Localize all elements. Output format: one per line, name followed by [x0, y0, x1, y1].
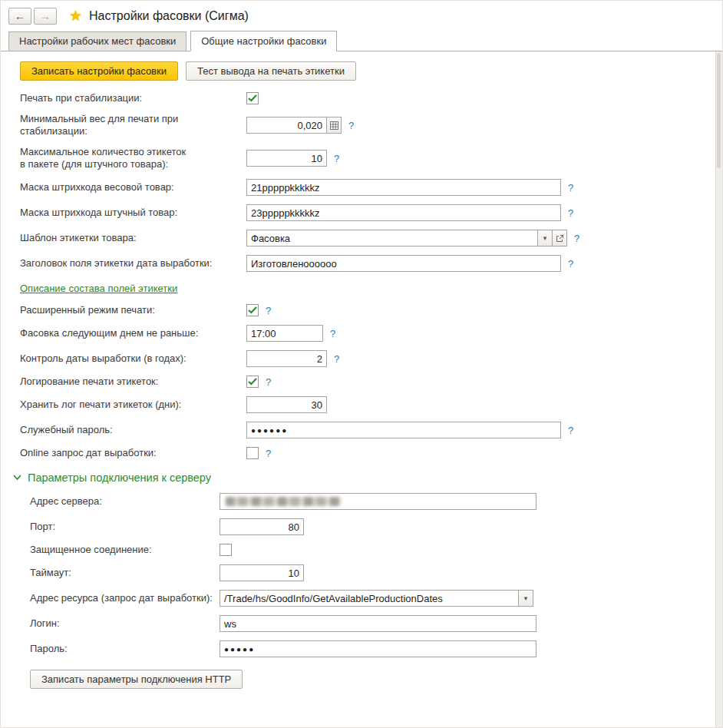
field-row: Таймаут:: [20, 564, 722, 581]
label-next-day-packing: Фасовка следующим днем не раньше:: [20, 327, 246, 339]
template-dropdown-button[interactable]: ▾: [537, 230, 553, 247]
help-mask-weight[interactable]: ?: [568, 182, 573, 194]
label-print-on-stabilization: Печать при стабилизации:: [20, 92, 246, 104]
toolbar: Записать настройки фасовки Тест вывода н…: [20, 61, 722, 81]
label-max-labels: Максимальное количество этикеток в пакет…: [20, 146, 246, 170]
page-title: Настройки фасовки (Сигма): [89, 9, 249, 23]
label-mask-weight: Маска штрихкода весовой товар:: [20, 181, 246, 194]
input-timeout[interactable]: [220, 564, 304, 581]
field-row: Контроль даты выработки (в годах): ?: [20, 350, 722, 367]
help-date-field-title[interactable]: ?: [568, 258, 573, 270]
checkbox-extended-mode[interactable]: [246, 304, 259, 316]
help-service-password[interactable]: ?: [568, 425, 573, 436]
input-resource-address[interactable]: [220, 590, 519, 607]
checkbox-online-dates-request[interactable]: [246, 447, 259, 459]
resource-address-dropdown-button[interactable]: ▾: [518, 590, 533, 607]
test-print-button[interactable]: Тест вывода на печать этикетки: [186, 61, 356, 81]
help-extended-mode[interactable]: ?: [266, 305, 271, 316]
title-bar: ← → ★ Настройки фасовки (Сигма): [1, 1, 722, 30]
label-secure-connection: Защищенное соединение:: [30, 544, 220, 556]
field-row: Маска штрихкода штучный товар: ?: [20, 204, 722, 221]
field-row: Расширенный режим печати: ?: [20, 304, 722, 316]
label-max-labels-line1: Максимальное количество этикеток: [20, 146, 246, 158]
scrollbar-thumb[interactable]: [717, 53, 721, 168]
label-production-date-control: Контроль даты выработки (в годах):: [20, 352, 246, 365]
help-next-day-packing[interactable]: ?: [330, 328, 335, 339]
label-max-labels-line2: в пакете (для штучного товара):: [20, 158, 246, 170]
label-date-field-title: Заголовок поля этикетки дата выработки:: [20, 257, 246, 270]
label-online-dates-request: Online запрос дат выработки:: [20, 447, 246, 459]
field-row: Хранить лог печати этикеток (дни):: [20, 396, 722, 413]
chevron-down-icon: [13, 475, 21, 481]
help-online-dates-request[interactable]: ?: [266, 448, 271, 459]
section-title: Параметры подключения к серверу: [28, 472, 211, 484]
field-row: Адрес сервера:: [20, 493, 722, 510]
label-server-address: Адрес сервера:: [30, 495, 220, 508]
help-label-template[interactable]: ?: [574, 233, 579, 244]
checkmark-icon: [248, 378, 257, 386]
tab-general-settings[interactable]: Общие настройки фасовки: [190, 31, 337, 51]
save-http-connection-button[interactable]: Записать параметры подключения HTTP: [30, 670, 243, 689]
field-row: Минимальный вес для печати при стабилиза…: [20, 113, 722, 137]
input-password[interactable]: [220, 640, 536, 657]
server-address-redacted-blur: [226, 497, 341, 506]
checkbox-print-on-stabilization[interactable]: [246, 92, 259, 104]
save-settings-button[interactable]: Записать настройки фасовки: [20, 61, 178, 81]
input-date-field-title[interactable]: [246, 255, 561, 272]
tab-workplace-settings[interactable]: Настройки рабочих мест фасовки: [8, 31, 187, 51]
link-label-fields-description[interactable]: Описание состава полей этикетки: [20, 283, 177, 294]
input-mask-piece[interactable]: [246, 204, 561, 221]
label-password: Пароль:: [30, 643, 220, 655]
checkbox-label-print-logging[interactable]: [246, 376, 259, 388]
input-port[interactable]: [220, 518, 304, 535]
checkmark-icon: [248, 94, 257, 102]
favorite-star-icon[interactable]: ★: [69, 8, 82, 24]
input-login[interactable]: [220, 615, 536, 632]
field-row: Фасовка следующим днем не раньше: ?: [20, 325, 722, 342]
calculator-icon: [330, 121, 338, 130]
label-log-keep-days: Хранить лог печати этикеток (дни):: [20, 399, 246, 411]
checkbox-secure-connection[interactable]: [220, 544, 232, 556]
vertical-scrollbar[interactable]: [715, 51, 722, 727]
input-production-date-control[interactable]: [246, 350, 327, 367]
input-service-password[interactable]: [246, 422, 561, 438]
field-row: Заголовок поля этикетки дата выработки: …: [20, 255, 722, 272]
help-mask-piece[interactable]: ?: [568, 207, 573, 219]
label-label-template: Шаблон этикетки товара:: [20, 232, 246, 244]
input-min-weight[interactable]: [246, 117, 327, 134]
section-header-server-connection[interactable]: Параметры подключения к серверу: [13, 472, 722, 484]
input-label-template[interactable]: [246, 230, 538, 247]
help-label-print-logging[interactable]: ?: [266, 376, 271, 388]
forward-arrow-icon: →: [40, 10, 51, 22]
checkmark-icon: [248, 306, 257, 314]
open-link-icon: [556, 234, 564, 243]
help-max-labels[interactable]: ?: [334, 153, 339, 164]
field-row: Защищенное соединение:: [20, 544, 722, 556]
input-next-day-packing[interactable]: [246, 325, 323, 342]
tab-bar: Настройки рабочих мест фасовки Общие нас…: [1, 30, 722, 51]
label-login: Логин:: [30, 617, 220, 630]
input-max-labels[interactable]: [246, 150, 327, 167]
input-log-keep-days[interactable]: [246, 396, 327, 413]
template-open-button[interactable]: [552, 230, 567, 247]
label-extended-mode: Расширенный режим печати:: [20, 304, 246, 316]
http-button-row: Записать параметры подключения HTTP: [30, 670, 722, 689]
label-timeout: Таймаут:: [30, 567, 220, 579]
field-row: Максимальное количество этикеток в пакет…: [20, 146, 722, 170]
calculator-button[interactable]: [326, 117, 342, 134]
field-row: Служебный пароль: ?: [20, 422, 722, 438]
help-min-weight[interactable]: ?: [348, 120, 354, 131]
back-button[interactable]: ←: [8, 8, 31, 25]
help-production-date-control[interactable]: ?: [334, 353, 339, 365]
tab-content: Записать настройки фасовки Тест вывода н…: [1, 51, 722, 689]
input-server-address[interactable]: [220, 493, 536, 510]
field-row: Адрес ресурса (запрос дат выработки): ▾: [20, 590, 722, 607]
forward-button[interactable]: →: [34, 8, 57, 25]
label-service-password: Служебный пароль:: [20, 424, 246, 436]
chevron-down-icon: ▾: [543, 235, 547, 242]
input-mask-weight[interactable]: [246, 179, 561, 196]
field-row: Маска штрихкода весовой товар: ?: [20, 179, 722, 196]
label-resource-address: Адрес ресурса (запрос дат выработки):: [30, 592, 220, 604]
back-arrow-icon: ←: [15, 10, 25, 22]
field-row: Порт:: [20, 518, 722, 535]
